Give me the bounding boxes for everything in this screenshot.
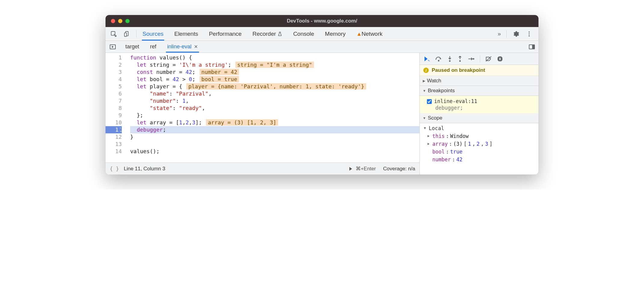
svg-point-6 — [438, 60, 440, 61]
debugger-sidebar-toggle-icon[interactable] — [529, 44, 535, 49]
inspect-element-icon[interactable] — [110, 30, 118, 38]
scope-variable[interactable]: bool: true — [424, 148, 538, 156]
inline-eval-value: array = (3) [1, 2, 3] — [206, 119, 278, 126]
inline-eval-value: string = "I'm a string" — [235, 62, 314, 68]
breakpoint-item[interactable]: inline-eval:11 debugger; — [420, 96, 538, 113]
line-number[interactable]: 2 — [106, 61, 122, 68]
line-number[interactable]: 6 — [106, 90, 122, 97]
code-line[interactable]: debugger; — [130, 126, 419, 133]
code-line[interactable]: const number = 42;number = 42 — [130, 68, 419, 76]
line-number[interactable]: 7 — [106, 97, 122, 105]
tab-console[interactable]: Console — [293, 28, 315, 40]
code-line[interactable]: } — [130, 133, 419, 141]
sources-subbar: targetrefinline-eval✕ — [106, 41, 538, 53]
editor-pane: 1234567891011121314 function values() { … — [106, 53, 420, 175]
line-number[interactable]: 11 — [106, 126, 122, 133]
warning-icon: ▲ — [356, 31, 362, 37]
scope-body: ▼Local ▶this: Window▶array: (3) [1, 2, 3… — [420, 123, 538, 165]
resume-button[interactable] — [424, 56, 430, 62]
file-tab-inline-eval[interactable]: inline-eval✕ — [166, 41, 199, 52]
inline-eval-value: player = {name: 'Parzival', number: 1, s… — [186, 83, 366, 90]
pause-on-exceptions-button[interactable] — [497, 56, 503, 62]
line-number[interactable]: 3 — [106, 68, 122, 76]
breakpoints-section-header[interactable]: ▼Breakpoints — [420, 86, 538, 96]
code-line[interactable]: let bool = 42 > 0;bool = true — [130, 76, 419, 83]
code-line[interactable]: let array = [1,2,3];array = (3) [1, 2, 3… — [130, 119, 419, 126]
navigator-toggle-icon[interactable] — [110, 44, 116, 49]
line-number[interactable]: 5 — [106, 83, 122, 90]
code-line[interactable]: "name": "Parzival", — [130, 90, 419, 97]
close-tab-button[interactable]: ✕ — [194, 44, 198, 50]
tab-performance[interactable]: Performance — [208, 28, 242, 40]
svg-point-7 — [449, 60, 451, 62]
step-into-button[interactable] — [447, 56, 452, 62]
svg-point-5 — [529, 35, 530, 36]
code-line[interactable]: let string = 'I\'m a string';string = "I… — [130, 61, 419, 68]
svg-point-4 — [529, 33, 530, 35]
watch-section-header[interactable]: ▶Watch — [420, 76, 538, 86]
flask-icon — [276, 31, 282, 37]
tab-recorder[interactable]: Recorder — [252, 28, 283, 40]
file-tab-target[interactable]: target — [124, 41, 140, 52]
titlebar: DevTools - www.google.com/ — [106, 15, 538, 27]
pretty-print-button[interactable]: { } — [110, 166, 119, 172]
line-number[interactable]: 4 — [106, 76, 122, 83]
kebab-menu-icon[interactable] — [525, 30, 533, 38]
pause-reason-text: Paused on breakpoint — [432, 67, 485, 73]
breakpoint-checkbox[interactable] — [427, 99, 432, 104]
line-number[interactable]: 1 — [106, 54, 122, 61]
editor-statusbar: { } Line 11, Column 3 ⌘+Enter Coverage: … — [106, 163, 419, 175]
line-number[interactable]: 8 — [106, 105, 122, 112]
step-button[interactable] — [468, 56, 474, 61]
svg-rect-2 — [124, 33, 127, 36]
code-line[interactable]: let player = {player = {name: 'Parzival'… — [130, 83, 419, 90]
pause-reason-banner: i Paused on breakpoint — [420, 65, 538, 76]
svg-point-3 — [529, 31, 530, 32]
tab-sources[interactable]: Sources — [142, 28, 164, 40]
scope-local-header[interactable]: ▼Local — [424, 124, 538, 132]
debug-toolbar — [420, 53, 538, 65]
line-number[interactable]: 13 — [106, 141, 122, 148]
tab-elements[interactable]: Elements — [174, 28, 199, 40]
device-toolbar-icon[interactable] — [123, 30, 131, 38]
window-title: DevTools - www.google.com/ — [287, 18, 357, 24]
tab-network[interactable]: ▲! Network — [356, 28, 383, 40]
step-over-button[interactable] — [435, 56, 442, 62]
code-line[interactable]: "number": 1, — [130, 97, 419, 105]
code-line[interactable]: values(); — [130, 148, 419, 155]
tab-memory[interactable]: Memory — [324, 28, 346, 40]
divider — [480, 55, 480, 62]
close-window-button[interactable] — [111, 19, 115, 23]
line-number[interactable]: 9 — [106, 112, 122, 119]
line-number[interactable]: 14 — [106, 148, 122, 155]
file-tab-ref[interactable]: ref — [149, 41, 158, 52]
maximize-window-button[interactable] — [125, 19, 130, 23]
line-number[interactable]: 12 — [106, 133, 122, 141]
main-tabbar: SourcesElementsPerformanceRecorder Conso… — [106, 27, 538, 41]
settings-gear-icon[interactable] — [512, 30, 520, 38]
divider — [136, 30, 136, 38]
scope-variable[interactable]: number: 42 — [424, 156, 538, 163]
play-icon[interactable] — [348, 167, 353, 171]
code-line[interactable]: function values() { — [130, 54, 419, 61]
deactivate-breakpoints-button[interactable] — [486, 56, 492, 62]
scope-variable[interactable]: ▶this: Window — [424, 132, 538, 140]
step-out-button[interactable] — [458, 56, 462, 62]
svg-point-9 — [473, 58, 474, 59]
code-editor[interactable]: 1234567891011121314 function values() { … — [106, 53, 419, 163]
minimize-window-button[interactable] — [118, 19, 122, 23]
code-line[interactable]: "state": "ready", — [130, 105, 419, 112]
devtools-window: DevTools - www.google.com/ SourcesElemen… — [106, 15, 538, 175]
traffic-lights — [111, 19, 130, 23]
scope-variable[interactable]: ▶array: (3) [1, 2, 3] — [424, 140, 538, 148]
inline-eval-value: number = 42 — [200, 69, 239, 75]
run-hint: ⌘+Enter — [356, 166, 376, 172]
svg-point-8 — [459, 60, 461, 62]
coverage-status: Coverage: n/a — [383, 166, 415, 172]
scope-section-header[interactable]: ▼Scope — [420, 113, 538, 123]
more-tabs-button[interactable]: » — [498, 30, 501, 37]
code-line[interactable]: }; — [130, 112, 419, 119]
line-number[interactable]: 10 — [106, 119, 122, 126]
svg-rect-11 — [500, 58, 501, 60]
code-line[interactable] — [130, 141, 419, 148]
